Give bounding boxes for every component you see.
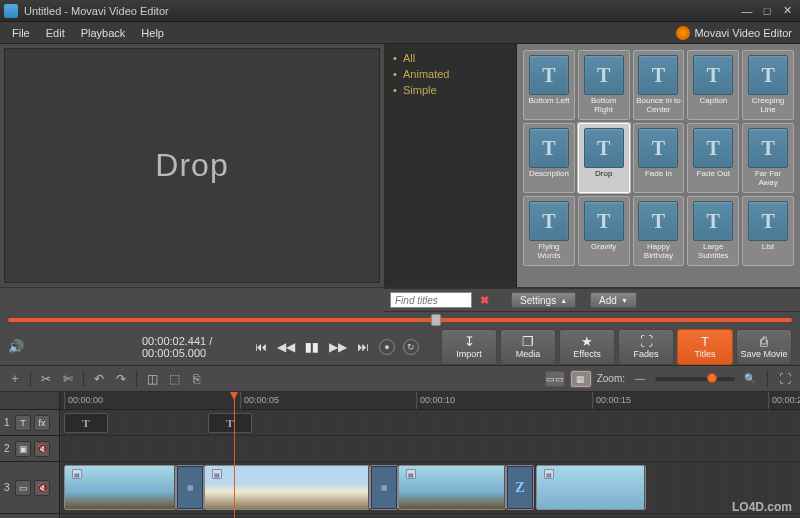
settings-button[interactable]: Settings▲ (511, 292, 576, 308)
tab-media[interactable]: ❐Media (500, 329, 556, 365)
view-mode-2[interactable]: ▦ (571, 371, 591, 387)
volume-icon[interactable]: 🔊 (8, 339, 24, 354)
view-mode-1[interactable]: ▭▭ (545, 371, 565, 387)
title-preset-creeping-line[interactable]: TCreeping Line (742, 50, 794, 120)
zoom-out-button[interactable]: — (631, 370, 649, 388)
preview-video[interactable]: Drop (4, 48, 380, 283)
track-lane-4[interactable] (60, 514, 800, 518)
transition-icon: Z (507, 466, 533, 509)
redo-button[interactable]: ↷ (112, 370, 130, 388)
title-clip[interactable]: T (208, 413, 252, 433)
split-button[interactable]: ✄ (59, 370, 77, 388)
title-preset-bounce-in-to-center[interactable]: TBounce in to Center (633, 50, 685, 120)
track-header-2[interactable]: 2▣🔇 (0, 436, 59, 462)
title-preset-description[interactable]: TDescription (523, 123, 575, 193)
prev-button[interactable]: ⏮ (253, 340, 269, 354)
category-simple[interactable]: Simple (393, 82, 508, 98)
zoom-handle[interactable] (707, 373, 717, 383)
clip-thumbnail: ▤ (399, 466, 505, 509)
category-all[interactable]: All (393, 50, 508, 66)
ruler-tick: 00:00:15 (592, 392, 631, 409)
mute-icon[interactable]: 🔇 (34, 480, 50, 496)
brand-label: Movavi Video Editor (676, 26, 796, 40)
close-button[interactable]: ✕ (778, 4, 796, 18)
save-movie-icon: ⎙ (760, 335, 768, 348)
track-lane-3[interactable]: ▤1.mp4 (0:00:03)▤Summer.mp4 (0:00:05)▤Sw… (60, 462, 800, 514)
mute-icon[interactable]: 🔇 (34, 441, 50, 457)
title-clip[interactable]: T (64, 413, 108, 433)
search-input[interactable] (390, 292, 472, 308)
track-header-1[interactable]: 1Tfx (0, 410, 59, 436)
ruler-tick: 00:00:10 (416, 392, 455, 409)
tab-fades[interactable]: ⛶Fades (618, 329, 674, 365)
title-preset-label: Bottom Right (581, 97, 627, 115)
title-preset-gravity[interactable]: TGravity (578, 196, 630, 266)
title-thumb-icon: T (748, 55, 788, 95)
clip-1-mp4[interactable]: ▤1.mp4 (0:00:03) (64, 465, 176, 510)
next-button[interactable]: ⏭ (355, 340, 371, 354)
undo-button[interactable]: ↶ (90, 370, 108, 388)
title-preset-bottom-left[interactable]: TBottom Left (523, 50, 575, 120)
title-preset-label: Happy Birthday (636, 243, 682, 261)
title-preset-far-far-away[interactable]: TFar Far Away (742, 123, 794, 193)
title-preset-caption[interactable]: TCaption (687, 50, 739, 120)
tab-titles[interactable]: TTitles (677, 329, 733, 365)
title-thumb-icon: T (748, 128, 788, 168)
minimize-button[interactable]: — (738, 4, 756, 18)
pause-button[interactable]: ▮▮ (303, 340, 321, 354)
zoom-in-button[interactable]: 🔍 (741, 370, 759, 388)
track-header-3[interactable]: 3▭🔇 (0, 462, 59, 514)
menu-file[interactable]: File (4, 25, 38, 41)
title-preset-fade-out[interactable]: TFade Out (687, 123, 739, 193)
menu-edit[interactable]: Edit (38, 25, 73, 41)
timeline-ruler[interactable]: 00:00:0000:00:0500:00:1000:00:1500:00:20 (60, 392, 800, 410)
tab-effects[interactable]: ★Effects (559, 329, 615, 365)
cut-button[interactable]: ✂ (37, 370, 55, 388)
transition-icon: ▦ (371, 466, 397, 509)
category-animated[interactable]: Animated (393, 66, 508, 82)
title-preset-large-subtitles[interactable]: TLarge Subtitles (687, 196, 739, 266)
transition-clip[interactable]: ▦ (370, 465, 398, 510)
add-button[interactable]: Add▼ (590, 292, 637, 308)
track-lane-2[interactable] (60, 436, 800, 462)
add-track-button[interactable]: ＋ (6, 370, 24, 388)
clip-Swimming-jpg[interactable]: ▤Swimming.jpg (0:00:03) (398, 465, 506, 510)
fit-button[interactable]: ⛶ (776, 370, 794, 388)
transition-clip[interactable]: ▦ (176, 465, 204, 510)
title-preset-bottom-right[interactable]: TBottom Right (578, 50, 630, 120)
text-track-icon: T (15, 415, 31, 431)
menu-help[interactable]: Help (133, 25, 172, 41)
playhead[interactable] (234, 392, 235, 518)
crop-button[interactable]: ◫ (143, 370, 161, 388)
title-preset-flying-words[interactable]: TFlying Words (523, 196, 575, 266)
title-preset-happy-birthday[interactable]: THappy Birthday (633, 196, 685, 266)
loop-button[interactable]: ↻ (403, 339, 419, 355)
track-header-4[interactable]: 4♪🔇 (0, 514, 59, 518)
title-thumb-icon: T (693, 55, 733, 95)
title-preset-fade-in[interactable]: TFade In (633, 123, 685, 193)
clip-Summer-mp4[interactable]: ▤Summer.mp4 (0:00:05) (204, 465, 370, 510)
title-preset-drop[interactable]: TDrop (578, 123, 630, 193)
tab-import[interactable]: ↧Import (441, 329, 497, 365)
clip-thumbnail: ▤ (537, 466, 645, 509)
tab-save-movie[interactable]: ⎙Save Movie (736, 329, 792, 365)
seekbar[interactable] (8, 318, 792, 322)
title-thumb-icon: T (638, 128, 678, 168)
zoom-slider[interactable] (655, 377, 735, 381)
record-button[interactable]: ● (379, 339, 395, 355)
clip-Water-jpg[interactable]: ▤Water.jpg (0:00:03) (536, 465, 646, 510)
tool2-button[interactable]: ⬚ (165, 370, 183, 388)
transition-clip[interactable]: Z (506, 465, 534, 510)
tool3-button[interactable]: ⎘ (187, 370, 205, 388)
title-preset-list[interactable]: TList (742, 196, 794, 266)
seekbar-handle[interactable] (431, 314, 441, 326)
clear-search-button[interactable]: ✖ (476, 294, 493, 307)
maximize-button[interactable]: □ (758, 4, 776, 18)
step-fwd-button[interactable]: ▶▶ (327, 340, 349, 354)
ruler-tick: 00:00:05 (240, 392, 279, 409)
track-lane-1[interactable]: TT (60, 410, 800, 436)
fades-icon: ⛶ (640, 335, 653, 348)
step-back-button[interactable]: ◀◀ (275, 340, 297, 354)
ruler-tick: 00:00:00 (64, 392, 103, 409)
menu-playback[interactable]: Playback (73, 25, 134, 41)
